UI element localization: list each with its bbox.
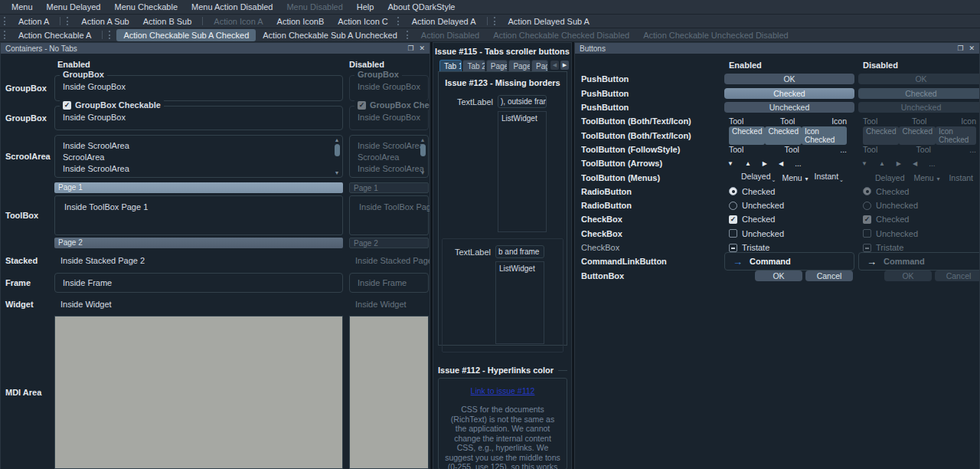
toolbutton-instant[interactable]: Instant⌄ (815, 172, 844, 183)
buttons-dock-titlebar[interactable]: Buttons ❐ ✕ (575, 43, 979, 54)
vertical-scrollbar[interactable]: ▲ ▼ (333, 137, 341, 175)
commandlinkbutton[interactable]: → Command (724, 252, 854, 271)
ellipsis-icon[interactable]: ... (795, 159, 801, 168)
toolbutton-tool[interactable]: Tool (780, 116, 795, 126)
row-label-groupbox-checkable: GroupBox (5, 106, 48, 130)
float-icon[interactable]: ❐ (957, 45, 963, 52)
float-icon[interactable]: ❐ (407, 45, 413, 52)
menu-bar: Menu Menu Delayed Menu Checkable Menu Ac… (0, 0, 980, 15)
tab-2[interactable]: Tab 2 (462, 60, 485, 71)
menu-item-menu-checkable[interactable]: Menu Checkable (109, 1, 183, 13)
hyperlink[interactable]: Link to issue #112 (471, 386, 535, 395)
radio-checked-icon[interactable] (729, 187, 737, 195)
toolbutton-icon[interactable]: Icon (831, 116, 847, 126)
menu-item-menu-action-disabled[interactable]: Menu Action Disabled (186, 1, 278, 13)
arrow-right-icon[interactable]: ▶ (763, 160, 767, 167)
toolbutton-checked[interactable]: Checked (729, 126, 765, 145)
toolbar-action-delayed-sub-a[interactable]: Action Delayed Sub A (501, 16, 596, 27)
buttonbox-cancel-button[interactable]: Cancel (805, 271, 853, 281)
toolbutton-ellipsis[interactable]: ... (840, 145, 847, 154)
scrollarea-enabled[interactable]: Inside ScroolArea ScroolArea Inside Scro… (54, 135, 343, 178)
menu-item-help[interactable]: Help (351, 1, 380, 13)
checkbox-tristate-icon[interactable] (729, 244, 737, 252)
toolbar-action-icon-b[interactable]: Action IconB (270, 16, 332, 27)
arrow-left-icon[interactable]: ◀ (779, 160, 783, 167)
toolbar-action-checkable-a[interactable]: Action Checkable A (11, 30, 98, 41)
tab-page-2[interactable]: Page (508, 60, 531, 71)
toolbar-handle[interactable] (397, 17, 401, 25)
tab-1[interactable]: Tab 1 (439, 60, 462, 71)
row-label-scrollarea: ScroolArea (5, 135, 48, 178)
listwidget-2[interactable]: ListWidget (495, 261, 544, 344)
checkbox-unchecked-icon[interactable] (729, 229, 737, 238)
toolbutton-icon-checked[interactable]: Icon Checked (802, 126, 847, 145)
listwidget-1[interactable]: ListWidget (498, 111, 547, 232)
buttonbox-ok-button[interactable]: OK (755, 271, 802, 281)
tab-page-1[interactable]: Page (486, 60, 508, 71)
menu-item-about-qdarkstyle[interactable]: About QDarkStyle (382, 1, 460, 13)
toolbar-handle[interactable] (67, 17, 70, 25)
toolbar-bottom: Action Checkable A Action Checkable Sub … (0, 28, 980, 42)
row-label-stacked: Stacked (5, 253, 48, 268)
toolbutton-tool[interactable]: Tool (785, 145, 799, 154)
row-label-toolbutton-arrows: ToolButton (Arrows) (581, 159, 720, 168)
toolbutton-menu[interactable]: Menu ▾ (782, 173, 808, 182)
tab-page-3[interactable]: Pag (531, 60, 548, 71)
issues-dock-title: Issue #115 - Tabs scroller buttons (433, 43, 571, 58)
toolbar-action-delayed-a[interactable]: Action Delayed A (405, 16, 483, 27)
row-label-toolbutton-text: ToolButton (Both/Text/Icon) (581, 116, 720, 126)
arrow-up-icon[interactable]: ▲ (745, 160, 751, 167)
pushbutton-ok-disabled: OK (858, 74, 980, 84)
groupbox-content: Inside GroupBox (358, 82, 420, 91)
list-item[interactable]: ListWidget (501, 114, 537, 123)
widget-enabled: Inside Widget (54, 297, 343, 311)
checkbox-checked-icon[interactable]: ✓ (63, 101, 71, 110)
toolbar-action-a[interactable]: Action A (11, 16, 56, 27)
scroll-down-icon[interactable]: ▼ (335, 170, 340, 175)
groupbox-checkable-title: GroupBox Checkable (75, 100, 161, 110)
scroll-up-icon[interactable]: ▲ (335, 137, 340, 143)
toolbutton-tool[interactable]: Tool (729, 116, 743, 126)
toolbar-handle[interactable] (494, 17, 498, 25)
toolbar-action-checkable-sub-a-checked[interactable]: Action Checkable Sub A Checked (116, 29, 256, 41)
toolbox-page2-header[interactable]: Page 2 (54, 238, 343, 248)
toolbar-action-icon-c[interactable]: Action Icon C (331, 16, 394, 27)
pushbutton-checked[interactable]: Checked (724, 88, 854, 99)
lineedit-2[interactable]: b and frame (495, 245, 544, 258)
toolbox-page1-header[interactable]: Page 1 (54, 182, 343, 193)
pushbutton-unchecked[interactable]: Unchecked (724, 102, 854, 113)
toolbutton-delayed[interactable]: Delayed⌄ (741, 172, 776, 183)
close-icon[interactable]: ✕ (419, 45, 425, 52)
list-item[interactable]: ListWidget (499, 264, 535, 273)
toolbar-handle[interactable] (4, 17, 8, 25)
radio-unchecked-icon[interactable] (729, 202, 737, 210)
close-icon[interactable]: ✕ (969, 45, 975, 52)
menu-item-menu[interactable]: Menu (6, 1, 38, 13)
row-label-toolbutton-followstyle: ToolButton (FollowStyle) (581, 145, 720, 154)
toolbox-disabled: Page 1 Inside ToolBox Page 1 Page 2 (349, 182, 429, 248)
menu-item-menu-delayed[interactable]: Menu Delayed (41, 1, 106, 13)
lineedit-1[interactable]: ), outside frame (498, 95, 547, 108)
toolbar-handle[interactable] (407, 31, 410, 39)
row-label-toolbox: ToolBox (5, 182, 48, 248)
scrollbar-thumb[interactable] (335, 144, 340, 156)
pushbutton-ok[interactable]: OK (724, 74, 854, 84)
frame-disabled: Inside Frame (349, 273, 429, 293)
widget-content-label: Inside Widget (60, 300, 112, 309)
toolbar-action-a-sub[interactable]: Action A Sub (74, 16, 136, 27)
toolbar-handle[interactable] (109, 31, 113, 39)
toolbar-handle[interactable] (4, 31, 8, 39)
checkbox-label: Unchecked (742, 229, 784, 238)
arrow-down-icon[interactable]: ▼ (727, 160, 733, 167)
toolbar-action-checkable-sub-a-unchecked[interactable]: Action Checkable Sub A Unchecked (256, 30, 404, 41)
tab-scroll-right-icon[interactable]: ▶ (560, 61, 569, 70)
buttons-dock-title: Buttons (580, 44, 606, 53)
checkbox-checked-icon[interactable]: ✓ (729, 215, 737, 224)
toolbutton-tool[interactable]: Tool (729, 145, 743, 154)
groupbox-title: GroupBox (354, 70, 402, 79)
textlabel-2: TextLabel (444, 248, 491, 257)
containers-dock-titlebar[interactable]: Containers - No Tabs ❐ ✕ (1, 43, 430, 54)
toolbar-action-checkable-checked-disabled: Action Checkable Checked Disabled (486, 30, 636, 41)
toolbutton-checked[interactable]: Checked (765, 126, 801, 145)
toolbar-action-b-sub[interactable]: Action B Sub (136, 16, 199, 27)
